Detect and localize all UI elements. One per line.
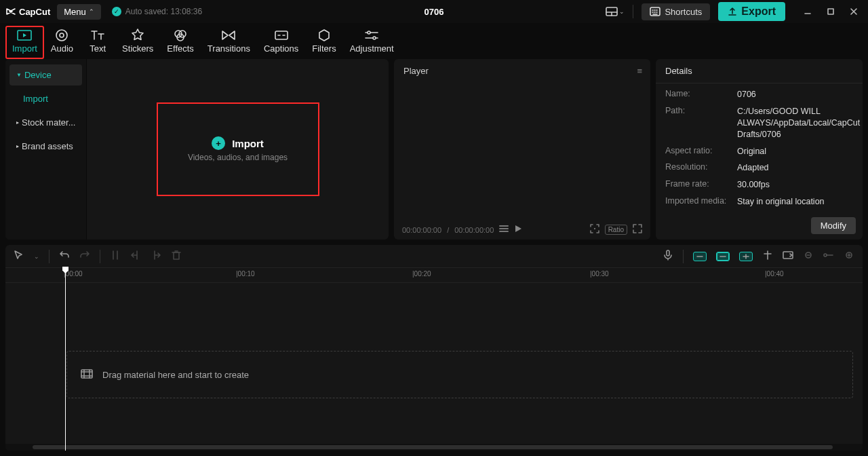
- sidebar-item-stock[interactable]: ▸Stock mater...: [9, 112, 82, 133]
- app-name: CapCut: [19, 7, 50, 17]
- ruler-tick: |00:40: [765, 270, 784, 278]
- media-sidebar: ▼Device Import ▸Stock mater... ▸Brand as…: [5, 59, 87, 240]
- check-icon: ✓: [112, 7, 121, 16]
- import-icon: [16, 28, 33, 42]
- split-icon[interactable]: [110, 250, 121, 263]
- timeline-scrollbar[interactable]: [5, 444, 863, 451]
- svg-point-10: [368, 31, 370, 34]
- detail-name-label: Name:: [665, 89, 737, 100]
- zoom-slider[interactable]: [823, 250, 834, 263]
- adjustment-icon: [364, 28, 379, 42]
- filters-icon: [318, 28, 330, 42]
- chevron-up-icon: ⌃: [89, 8, 94, 15]
- stickers-icon: [131, 28, 144, 42]
- caret-right-icon: ▸: [16, 143, 19, 149]
- chevron-down-icon: ⌄: [619, 8, 625, 15]
- timeline-panel: ⌄: [5, 245, 863, 451]
- svg-point-11: [373, 37, 376, 39]
- detail-res-value: Adapted: [737, 162, 769, 174]
- timeline-tracks[interactable]: Drag material here and start to create: [5, 283, 863, 444]
- player-fullscreen-icon[interactable]: [633, 224, 642, 235]
- delete-icon[interactable]: [171, 250, 182, 263]
- detail-path-label: Path:: [665, 106, 737, 140]
- tab-captions[interactable]: Captions: [257, 26, 305, 59]
- svg-point-4: [56, 30, 67, 41]
- transitions-icon: [221, 28, 236, 42]
- player-focus-icon[interactable]: [590, 224, 599, 235]
- selection-tool-icon[interactable]: [14, 250, 24, 263]
- tab-text[interactable]: Text: [80, 26, 115, 59]
- split-left-icon[interactable]: [130, 250, 141, 263]
- captions-icon: [274, 28, 289, 42]
- zoom-in-icon[interactable]: [844, 250, 854, 263]
- redo-button[interactable]: [79, 250, 90, 263]
- magnet-toggle-2[interactable]: [716, 252, 730, 261]
- player-ratio-button[interactable]: Ratio: [605, 225, 627, 235]
- player-viewport: [394, 83, 650, 198]
- ruler-tick: |00:30: [590, 270, 609, 278]
- magnet-toggle-3[interactable]: [739, 252, 753, 261]
- chevron-down-icon[interactable]: ⌄: [34, 253, 39, 260]
- media-panel: ▼Device Import ▸Stock mater... ▸Brand as…: [5, 59, 389, 240]
- window-maximize-button[interactable]: [822, 3, 840, 20]
- svg-rect-14: [667, 250, 669, 256]
- app-logo: CapCut: [5, 6, 50, 17]
- svg-rect-13: [174, 252, 179, 259]
- export-button[interactable]: Export: [718, 2, 785, 21]
- player-menu-icon[interactable]: ≡: [637, 66, 642, 76]
- tab-transitions[interactable]: Transitions: [201, 26, 257, 59]
- layout-switch-button[interactable]: ⌄: [606, 7, 625, 17]
- align-icon[interactable]: [762, 250, 773, 263]
- import-subtitle: Videos, audios, and images: [188, 153, 288, 162]
- svg-rect-2: [828, 9, 833, 14]
- detail-res-label: Resolution:: [665, 162, 737, 174]
- window-close-button[interactable]: [845, 3, 863, 20]
- split-right-icon[interactable]: [151, 250, 161, 263]
- timeline-ruler[interactable]: |00:00 |00:10 |00:20 |00:30 |00:40: [5, 268, 863, 283]
- svg-point-12: [594, 228, 595, 229]
- media-tabs: Import Audio Text Stickers Effects Trans…: [0, 23, 868, 59]
- player-play-button[interactable]: [514, 225, 522, 235]
- details-panel: Details Name:0706 Path:C:/Users/GOOD WIL…: [656, 59, 863, 240]
- tab-stickers[interactable]: Stickers: [115, 26, 160, 59]
- tab-filters[interactable]: Filters: [305, 26, 342, 59]
- tab-adjustment[interactable]: Adjustment: [343, 26, 401, 59]
- preview-icon[interactable]: [783, 250, 793, 263]
- caret-right-icon: ▸: [16, 119, 19, 126]
- tab-effects[interactable]: Effects: [160, 26, 201, 59]
- shortcuts-button[interactable]: Shortcuts: [642, 3, 710, 20]
- zoom-out-icon[interactable]: [803, 250, 814, 263]
- detail-name-value: 0706: [737, 89, 756, 100]
- player-list-icon[interactable]: [499, 225, 509, 235]
- project-title: 0706: [425, 7, 444, 17]
- magnet-toggle-1[interactable]: [693, 252, 707, 261]
- tab-audio[interactable]: Audio: [44, 26, 80, 59]
- svg-rect-19: [81, 370, 92, 378]
- text-icon: [90, 28, 105, 42]
- autosave-status: ✓ Auto saved: 13:08:36: [112, 7, 202, 16]
- sidebar-item-brand[interactable]: ▸Brand assets: [9, 136, 82, 157]
- detail-media-value: Stay in original location: [737, 196, 825, 208]
- modify-button[interactable]: Modify: [811, 217, 856, 234]
- import-dropzone[interactable]: + Import Videos, audios, and images: [157, 102, 319, 196]
- player-panel: Player ≡ 00:00:00:00 / 00:00:00:00 Ratio: [394, 59, 650, 240]
- detail-media-label: Imported media:: [665, 196, 737, 208]
- tab-import[interactable]: Import: [5, 26, 44, 59]
- sidebar-item-device[interactable]: ▼Device: [9, 64, 82, 86]
- detail-path-value: C:/Users/GOOD WILL ALWAYS/AppData/Local/…: [737, 106, 860, 140]
- detail-aspect-value: Original: [737, 146, 766, 157]
- plus-icon: +: [212, 136, 225, 150]
- detail-fps-value: 30.00fps: [737, 179, 770, 191]
- titlebar: CapCut Menu⌃ ✓ Auto saved: 13:08:36 0706…: [0, 0, 868, 23]
- undo-button[interactable]: [59, 250, 70, 263]
- mic-icon[interactable]: [663, 250, 673, 263]
- sidebar-item-import[interactable]: Import: [9, 88, 82, 109]
- detail-aspect-label: Aspect ratio:: [665, 146, 737, 157]
- ruler-tick: |00:10: [236, 270, 255, 278]
- svg-rect-9: [275, 31, 288, 39]
- menu-button[interactable]: Menu⌃: [57, 4, 101, 20]
- capcut-logo-icon: [5, 6, 16, 17]
- window-minimize-button[interactable]: [799, 3, 816, 20]
- timeline-dropzone[interactable]: Drag material here and start to create: [66, 351, 853, 398]
- import-title: Import: [232, 138, 264, 149]
